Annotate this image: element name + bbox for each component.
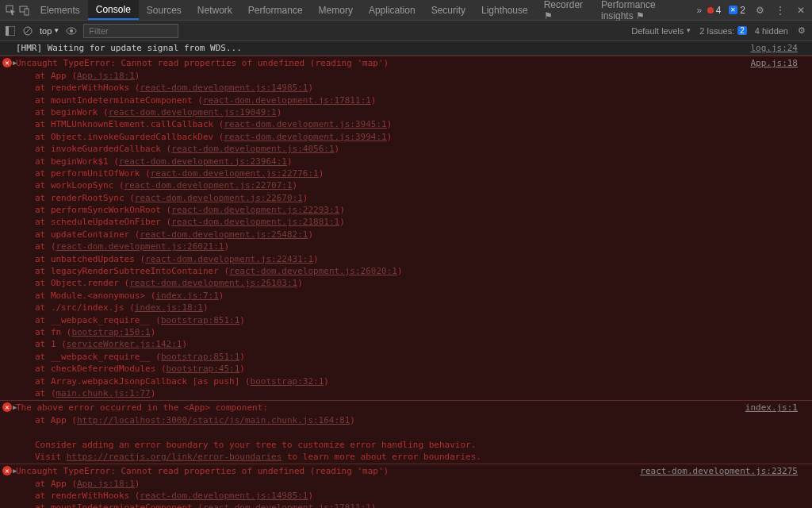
stack-link[interactable]: main.chunk.js:1:77 bbox=[56, 388, 151, 398]
stack-link[interactable]: index.js:18:1 bbox=[135, 302, 203, 313]
stack-link[interactable]: react-dom.development.js:21881:1 bbox=[171, 217, 339, 227]
tab-sources[interactable]: Sources bbox=[139, 0, 190, 20]
context-select[interactable]: top ▼ bbox=[40, 26, 59, 36]
tab-memory[interactable]: Memory bbox=[311, 0, 361, 20]
stack-link[interactable]: react-dom.development.js:26020:1 bbox=[229, 266, 397, 276]
source-link[interactable]: App.js:18 bbox=[750, 57, 798, 399]
stack-link[interactable]: react-dom.development.js:3945:1 bbox=[224, 119, 386, 129]
error-title: The above error occurred in the <App> co… bbox=[16, 402, 745, 414]
stack-link[interactable]: bootstrap:851:1 bbox=[161, 352, 239, 362]
stack-link[interactable]: bootstrap:851:1 bbox=[161, 315, 239, 325]
source-link[interactable]: react-dom.development.js:23275 bbox=[640, 465, 798, 508]
eye-icon[interactable] bbox=[66, 25, 77, 37]
kebab-icon[interactable]: ⋮ bbox=[774, 4, 787, 17]
hidden-count[interactable]: 4 hidden bbox=[755, 26, 788, 36]
stack-link[interactable]: bootstrap:45:1 bbox=[167, 364, 240, 374]
device-icon[interactable] bbox=[18, 4, 30, 17]
error-count: 4 bbox=[716, 5, 722, 16]
source-link[interactable]: log.js:24 bbox=[750, 42, 798, 54]
filter-input[interactable] bbox=[83, 24, 178, 38]
stack-link[interactable]: react-dom.development.js:19049:1 bbox=[109, 107, 277, 117]
error-title: Uncaught TypeError: Cannot read properti… bbox=[16, 465, 640, 477]
stack-link[interactable]: react-dom.development.js:22707:1 bbox=[124, 180, 293, 190]
tab-security[interactable]: Security bbox=[423, 0, 473, 20]
stack-link[interactable]: react-dom.development.js:22431:1 bbox=[145, 254, 313, 264]
error-icon: ✕ bbox=[2, 402, 12, 412]
stack-link[interactable]: react-dom.development.js:17811:1 bbox=[203, 95, 371, 106]
tab-network[interactable]: Network bbox=[190, 0, 240, 20]
issues-button[interactable]: 2 Issues: 2 bbox=[699, 26, 747, 36]
stack-link[interactable]: react-dom.development.js:22670:1 bbox=[135, 193, 303, 203]
error-badge[interactable]: 4 bbox=[707, 5, 722, 16]
sidebar-toggle-icon[interactable] bbox=[5, 25, 16, 37]
inspect-icon[interactable] bbox=[5, 4, 17, 17]
stack-link[interactable]: react-dom.development.js:25482:1 bbox=[140, 229, 308, 240]
warn-badge[interactable]: ✕2 bbox=[729, 5, 745, 16]
tab-lighthouse[interactable]: Lighthouse bbox=[473, 0, 536, 20]
more-tabs-icon[interactable]: » bbox=[693, 4, 705, 17]
url-link[interactable]: https://reactjs.org/link/error-boundarie… bbox=[67, 452, 282, 462]
stack-link[interactable]: react-dom.development.js:22293:1 bbox=[171, 205, 339, 215]
warn-count: 2 bbox=[740, 5, 745, 16]
tab-performance[interactable]: Performance insights ⚑ bbox=[593, 0, 691, 20]
stack-link[interactable]: bootstrap:32:1 bbox=[251, 376, 324, 387]
stack-link[interactable]: serviceWorker.js:142:1 bbox=[67, 339, 182, 349]
stack-link[interactable]: react-dom.development.js:26021:1 bbox=[56, 241, 224, 252]
stack-trace: at App (App.js:18:1) at renderWithHooks … bbox=[16, 478, 640, 508]
source-link[interactable]: index.js:1 bbox=[745, 402, 798, 463]
stack-link[interactable]: react-dom.development.js:3994:1 bbox=[224, 132, 386, 142]
stack-link[interactable]: index.js:7:1 bbox=[155, 291, 218, 301]
tab-elements[interactable]: Elements bbox=[33, 0, 88, 20]
svg-rect-4 bbox=[6, 26, 9, 36]
error-title: Uncaught TypeError: Cannot read properti… bbox=[16, 57, 750, 69]
stack-link[interactable]: App.js:18:1 bbox=[77, 479, 135, 489]
clear-console-icon[interactable] bbox=[22, 25, 33, 37]
levels-select[interactable]: Default levels ▼ bbox=[631, 26, 691, 36]
stack-link[interactable]: react-dom.development.js:4056:1 bbox=[171, 144, 334, 154]
url-link[interactable]: http://localhost:3000/static/js/main.chu… bbox=[77, 415, 350, 425]
tab-application[interactable]: Application bbox=[361, 0, 423, 20]
stack-link[interactable]: react-dom.development.js:14985:1 bbox=[140, 491, 308, 501]
stack-link[interactable]: App.js:18:1 bbox=[77, 71, 135, 81]
error-icon: ✕ bbox=[2, 58, 12, 67]
settings-icon[interactable]: ⚙ bbox=[753, 4, 766, 17]
console-output[interactable]: [HMR] Waiting for update signal from WDS… bbox=[0, 41, 812, 508]
svg-point-8 bbox=[70, 29, 73, 33]
svg-line-6 bbox=[25, 28, 31, 34]
stack-link[interactable]: react-dom.development.js:14985:1 bbox=[140, 83, 308, 93]
stack-link[interactable]: react-dom.development.js:17811:1 bbox=[203, 502, 371, 508]
expand-icon[interactable]: ▶ bbox=[13, 466, 17, 476]
close-icon[interactable]: ✕ bbox=[795, 4, 807, 17]
console-settings-icon[interactable]: ⚙ bbox=[796, 25, 807, 37]
stack-trace: at App (App.js:18:1) at renderWithHooks … bbox=[16, 70, 750, 400]
expand-icon[interactable]: ▶ bbox=[13, 402, 17, 413]
tab-recorder[interactable]: Recorder ⚑ bbox=[536, 0, 593, 20]
stack-link[interactable]: react-dom.development.js:23964:1 bbox=[119, 156, 287, 167]
svg-rect-2 bbox=[25, 9, 29, 15]
expand-icon[interactable]: ▶ bbox=[13, 58, 17, 68]
tab-console[interactable]: Console bbox=[88, 0, 139, 20]
stack-link[interactable]: bootstrap:150:1 bbox=[71, 327, 150, 337]
stack-link[interactable]: react-dom.development.js:22776:1 bbox=[151, 168, 319, 179]
log-message: [HMR] Waiting for update signal from WDS… bbox=[16, 42, 750, 54]
error-body: at App (http://localhost:3000/static/js/… bbox=[16, 414, 745, 464]
tab-performance[interactable]: Performance bbox=[240, 0, 311, 20]
error-icon: ✕ bbox=[2, 466, 12, 475]
stack-link[interactable]: react-dom.development.js:26103:1 bbox=[129, 278, 297, 288]
